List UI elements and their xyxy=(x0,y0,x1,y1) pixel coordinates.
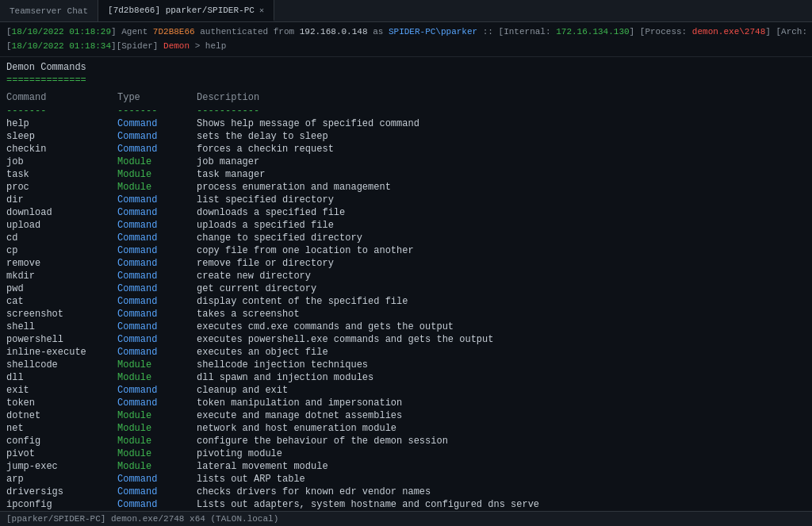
close-icon[interactable]: ✕ xyxy=(259,6,264,15)
type-cell: Module xyxy=(117,181,197,194)
table-divider-row: ------- ------- ----------- xyxy=(6,105,806,117)
tab-teamserver[interactable]: Teamserver Chat xyxy=(0,0,98,21)
desc-cell: shellcode injection techniques xyxy=(197,359,806,371)
log-demon: Demon xyxy=(158,41,190,51)
commands-table: Command Type Description ------- -------… xyxy=(6,92,806,511)
desc-cell: executes an object file xyxy=(197,346,806,359)
table-row: screenshotCommandtakes a screenshot xyxy=(6,308,806,321)
table-row: pivotModulepivoting module xyxy=(6,447,806,460)
cmd-cell: jump-exec xyxy=(6,460,117,473)
log-line-1: [18/10/2022 01:18:29] Agent 7D2B8E66 aut… xyxy=(6,25,806,40)
divider-type: ------- xyxy=(117,105,197,117)
tab-agent[interactable]: [7d2b8e66] pparker/SPIDER-PC ✕ xyxy=(98,0,274,21)
log-timestamp-2: 18/10/2022 01:18:34 xyxy=(12,41,111,51)
desc-cell: configure the behaviour of the demon ses… xyxy=(197,435,806,447)
type-cell: Module xyxy=(117,422,197,435)
type-cell: Command xyxy=(117,206,197,219)
col-header-type: Type xyxy=(117,92,197,105)
desc-cell: lateral movement module xyxy=(197,460,806,473)
table-row: dllModuledll spawn and injection modules xyxy=(6,371,806,384)
desc-cell: job manager xyxy=(197,155,806,168)
cmd-cell: remove xyxy=(6,257,117,270)
cmd-cell: cp xyxy=(6,244,117,257)
log-process: demon.exe\2748 xyxy=(692,27,765,36)
desc-cell: checks drivers for known edr vendor name… xyxy=(197,486,806,498)
type-cell: Command xyxy=(117,143,197,155)
cmd-cell: sleep xyxy=(6,130,117,143)
desc-cell: create new directory xyxy=(197,270,806,282)
cmd-cell: task xyxy=(6,168,117,181)
desc-cell: pivoting module xyxy=(197,447,806,460)
cmd-cell: net xyxy=(6,422,117,435)
desc-cell: remove file or directory xyxy=(197,257,806,270)
table-row: dirCommandlist specified directory xyxy=(6,194,806,206)
table-row: tokenCommandtoken manipulation and imper… xyxy=(6,397,806,409)
type-cell: Command xyxy=(117,473,197,486)
type-cell: Command xyxy=(117,346,197,359)
table-row: arpCommandlists out ARP table xyxy=(6,473,806,486)
log-source-ip: 192.168.0.148 xyxy=(300,27,368,36)
type-cell: Module xyxy=(117,371,197,384)
log-line-2: [18/10/2022 01:18:34][Spider] Demon > he… xyxy=(6,40,806,54)
cmd-cell: pivot xyxy=(6,447,117,460)
table-row: checkinCommandforces a checkin request xyxy=(6,143,806,155)
cmd-cell: powershell xyxy=(6,333,117,346)
type-cell: Module xyxy=(117,155,197,168)
cmd-cell: ipconfig xyxy=(6,498,117,511)
cmd-cell: token xyxy=(6,397,117,409)
cmd-cell: dll xyxy=(6,371,117,384)
log-user: SPIDER-PC\pparker xyxy=(389,27,477,36)
type-cell: Command xyxy=(117,498,197,511)
type-cell: Module xyxy=(117,168,197,181)
cmd-cell: shell xyxy=(6,321,117,333)
status-bar: [pparker/SPIDER-PC] demon.exe/2748 x64 (… xyxy=(0,511,812,526)
table-row: configModuleconfigure the behaviour of t… xyxy=(6,435,806,447)
cmd-cell: upload xyxy=(6,219,117,232)
type-cell: Module xyxy=(117,447,197,460)
main-content: [18/10/2022 01:18:29] Agent 7D2B8E66 aut… xyxy=(0,22,812,526)
log-internal-ip: 172.16.134.130 xyxy=(556,27,629,36)
table-row: cpCommandcopy file from one location to … xyxy=(6,244,806,257)
table-row: removeCommandremove file or directory xyxy=(6,257,806,270)
desc-cell: takes a screenshot xyxy=(197,308,806,321)
type-cell: Command xyxy=(117,308,197,321)
type-cell: Command xyxy=(117,282,197,295)
cmd-cell: cd xyxy=(6,232,117,244)
type-cell: Command xyxy=(117,384,197,397)
type-cell: Command xyxy=(117,130,197,143)
table-row: helpCommandShows help message of specifi… xyxy=(6,117,806,130)
type-cell: Module xyxy=(117,409,197,422)
log-timestamp-1: 18/10/2022 01:18:29 xyxy=(12,27,111,36)
cmd-cell: dir xyxy=(6,194,117,206)
status-text: [pparker/SPIDER-PC] demon.exe/2748 x64 (… xyxy=(6,514,278,524)
col-header-desc: Description xyxy=(197,92,806,105)
desc-cell: copy file from one location to another xyxy=(197,244,806,257)
type-cell: Command xyxy=(117,232,197,244)
table-row: shellcodeModuleshellcode injection techn… xyxy=(6,359,806,371)
cmd-cell: inline-execute xyxy=(6,346,117,359)
type-cell: Module xyxy=(117,435,197,447)
type-cell: Module xyxy=(117,359,197,371)
cmd-cell: arp xyxy=(6,473,117,486)
log-bracket-open: [ xyxy=(6,27,12,36)
desc-cell: executes powershell.exe commands and get… xyxy=(197,333,806,346)
table-row: downloadCommanddownloads a specified fil… xyxy=(6,206,806,219)
cmd-cell: cat xyxy=(6,295,117,308)
table-row: exitCommandcleanup and exit xyxy=(6,384,806,397)
desc-cell: task manager xyxy=(197,168,806,181)
table-row: shellCommandexecutes cmd.exe commands an… xyxy=(6,321,806,333)
desc-cell: cleanup and exit xyxy=(197,384,806,397)
log-spider: [Spider] xyxy=(117,41,159,51)
terminal-output[interactable]: Demon Commands ============== Command Ty… xyxy=(0,57,812,511)
type-cell: Command xyxy=(117,270,197,282)
desc-cell: uploads a specified file xyxy=(197,219,806,232)
section-title: Demon Commands xyxy=(6,62,806,73)
tab-agent-label: [7d2b8e66] pparker/SPIDER-PC xyxy=(108,6,255,15)
desc-cell: display content of the specified file xyxy=(197,295,806,308)
type-cell: Command xyxy=(117,295,197,308)
log-bar: [18/10/2022 01:18:29] Agent 7D2B8E66 aut… xyxy=(0,22,812,57)
desc-cell: change to specified directory xyxy=(197,232,806,244)
type-cell: Command xyxy=(117,244,197,257)
desc-cell: process enumeration and management xyxy=(197,181,806,194)
type-cell: Command xyxy=(117,486,197,498)
